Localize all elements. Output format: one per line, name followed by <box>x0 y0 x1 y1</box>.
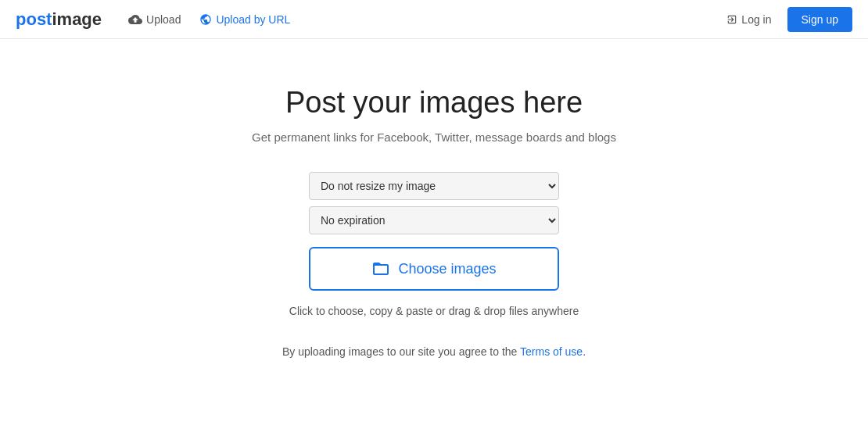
header-right: Log in Sign up <box>719 7 852 32</box>
logo-post: post <box>16 9 52 30</box>
terms-text: By uploading images to our site you agre… <box>282 345 586 358</box>
upload-by-url-nav-label: Upload by URL <box>216 13 290 26</box>
terms-of-use-link[interactable]: Terms of use <box>520 345 583 358</box>
resize-select[interactable]: Do not resize my image Resize to 1920x10… <box>309 172 559 200</box>
choose-images-label: Choose images <box>398 261 496 277</box>
choose-images-button[interactable]: Choose images <box>309 247 559 291</box>
globe-icon <box>199 13 212 26</box>
logo-image: image <box>52 9 102 30</box>
page-title: Post your images here <box>285 86 583 120</box>
drag-drop-hint: Click to choose, copy & paste or drag & … <box>289 305 579 317</box>
terms-link-label: Terms of use <box>520 345 583 358</box>
login-icon <box>726 14 737 25</box>
header: postimage Upload Upload by URL Log in Si… <box>0 0 868 39</box>
upload-icon <box>128 13 142 27</box>
login-label: Log in <box>741 13 771 26</box>
signup-button[interactable]: Sign up <box>787 7 852 32</box>
terms-after: . <box>583 345 586 358</box>
main-content: Post your images here Get permanent link… <box>0 39 868 389</box>
upload-nav-label: Upload <box>146 13 181 26</box>
page-subtitle: Get permanent links for Facebook, Twitte… <box>252 130 616 144</box>
upload-nav-link[interactable]: Upload <box>120 8 188 31</box>
nav-links: Upload Upload by URL <box>120 8 719 31</box>
controls-area: Do not resize my image Resize to 1920x10… <box>309 172 559 234</box>
upload-by-url-nav-link[interactable]: Upload by URL <box>192 9 298 30</box>
login-link[interactable]: Log in <box>719 9 779 30</box>
expiration-select[interactable]: No expiration 1 hour 1 day 1 week 1 mont… <box>309 206 559 234</box>
folder-open-icon <box>371 259 390 278</box>
terms-before: By uploading images to our site you agre… <box>282 345 517 358</box>
logo-link[interactable]: postimage <box>16 9 102 30</box>
